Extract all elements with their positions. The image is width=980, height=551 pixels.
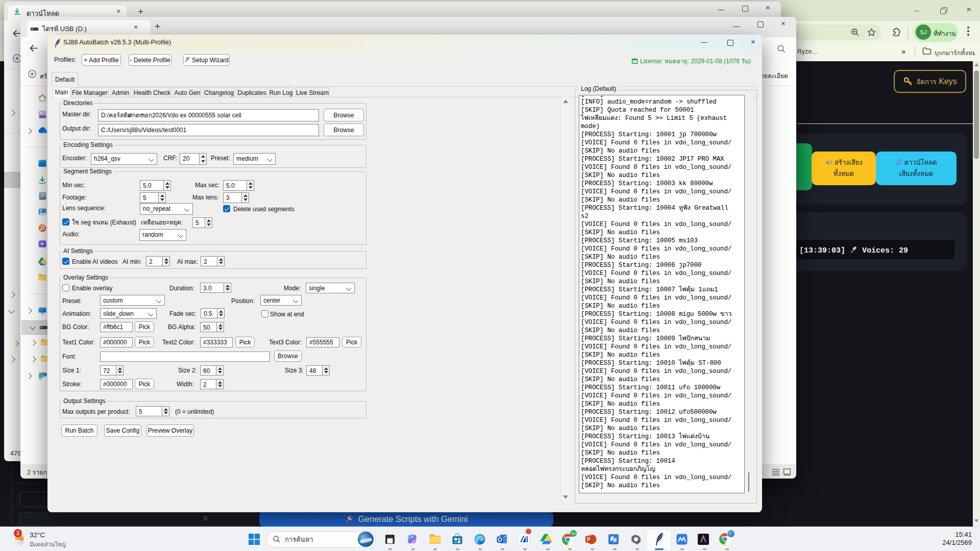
svg-text:P: P: [587, 537, 591, 542]
